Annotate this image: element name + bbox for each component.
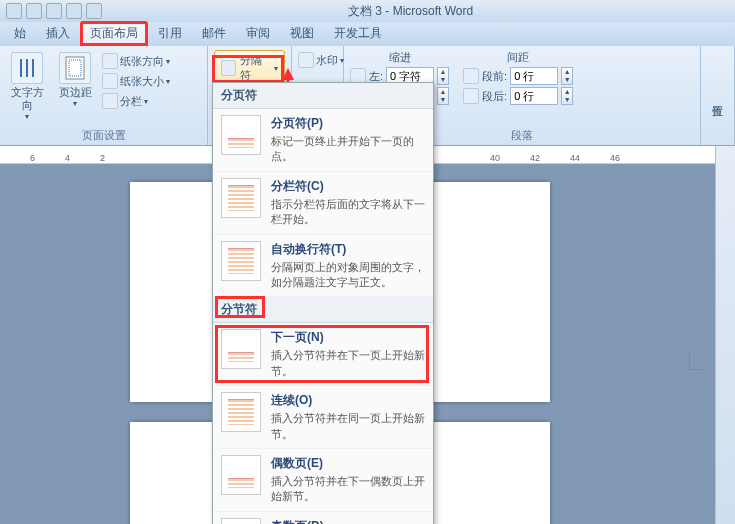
ruler-mark: 40 — [490, 153, 500, 163]
group-page-setup: 文字方向 ▾ 页边距 ▾ 纸张方向 ▾ 纸张大小 ▾ 分栏 ▾ 页面设置 — [0, 46, 208, 145]
dropdown-arrow-icon: ▾ — [274, 64, 278, 73]
columns-icon — [102, 93, 118, 109]
size-button[interactable]: 纸张大小 ▾ — [102, 72, 170, 90]
text-wrap-break-item[interactable]: 自动换行符(T)分隔网页上的对象周围的文字，如分隔题注文字与正文。 — [213, 235, 433, 298]
ruler-mark: 44 — [570, 153, 580, 163]
section-breaks-label: 分节符 — [221, 302, 257, 316]
breaks-button[interactable]: 分隔符 ▾ — [214, 50, 285, 86]
space-before-spinner[interactable]: 段前: ▲▼ — [463, 67, 573, 85]
page-break-thumb-icon — [221, 115, 261, 155]
columns-label: 分栏 — [120, 94, 142, 109]
dropdown-section-page-breaks: 分页符 — [213, 83, 433, 109]
after-label: 段后: — [482, 89, 507, 104]
vertical-scrollbar[interactable] — [715, 146, 735, 524]
watermark-label: 水印 — [316, 53, 338, 68]
next-page-thumb-icon — [221, 329, 261, 369]
spinner-buttons[interactable]: ▲▼ — [561, 87, 573, 105]
dropdown-arrow-icon: ▾ — [25, 112, 29, 122]
orientation-button[interactable]: 纸张方向 ▾ — [102, 52, 170, 70]
tab-review[interactable]: 审阅 — [236, 21, 280, 46]
tab-view[interactable]: 视图 — [280, 21, 324, 46]
space-after-icon — [463, 88, 479, 104]
group-position: 位置 — [701, 46, 735, 145]
odd-page-thumb-icon — [221, 518, 261, 524]
dropdown-arrow-icon: ▾ — [73, 99, 77, 109]
window-title: 文档 3 - Microsoft Word — [348, 3, 473, 20]
indent-heading: 缩进 — [350, 50, 449, 65]
tab-insert[interactable]: 插入 — [36, 21, 80, 46]
text-wrap-thumb-icon — [221, 241, 261, 281]
orientation-icon — [102, 53, 118, 69]
even-page-thumb-icon — [221, 455, 261, 495]
item-title: 下一页(N) — [271, 329, 425, 346]
next-page-break-item[interactable]: 下一页(N)插入分节符并在下一页上开始新节。 — [213, 323, 433, 386]
tab-references[interactable]: 引用 — [148, 21, 192, 46]
ruler-mark: 42 — [530, 153, 540, 163]
even-page-break-item[interactable]: 偶数页(E)插入分节符并在下一偶数页上开始新节。 — [213, 449, 433, 512]
space-after-input[interactable] — [510, 87, 558, 105]
text-direction-label: 文字方向 — [6, 86, 48, 112]
spinner-buttons[interactable]: ▲▼ — [437, 87, 449, 105]
qat-redo-icon[interactable] — [46, 3, 62, 19]
qat-print-icon[interactable] — [66, 3, 82, 19]
ruler-mark: 4 — [65, 153, 70, 163]
item-desc: 插入分节符并在下一偶数页上开始新节。 — [271, 474, 425, 505]
spinner-buttons[interactable]: ▲▼ — [437, 67, 449, 85]
page-corner-mark — [689, 352, 707, 370]
quick-access-toolbar — [0, 1, 108, 21]
tab-home[interactable]: 始 — [4, 21, 36, 46]
item-desc: 插入分节符并在同一页上开始新节。 — [271, 411, 425, 442]
space-after-spinner[interactable]: 段后: ▲▼ — [463, 87, 573, 105]
title-bar: 文档 3 - Microsoft Word — [0, 0, 735, 22]
tab-developer[interactable]: 开发工具 — [324, 21, 392, 46]
item-title: 分页符(P) — [271, 115, 425, 132]
tab-page-layout[interactable]: 页面布局 — [80, 21, 148, 46]
columns-button[interactable]: 分栏 ▾ — [102, 92, 170, 110]
item-title: 连续(O) — [271, 392, 425, 409]
item-desc: 指示分栏符后面的文字将从下一栏开始。 — [271, 197, 425, 228]
margins-label: 页边距 — [59, 86, 92, 99]
breaks-dropdown: 分页符 分页符(P)标记一页终止并开始下一页的点。 分栏符(C)指示分栏符后面的… — [212, 82, 434, 524]
breaks-icon — [221, 60, 236, 76]
item-title: 奇数页(D) — [271, 518, 425, 524]
ruler-mark: 46 — [610, 153, 620, 163]
orientation-label: 纸张方向 — [120, 54, 164, 69]
item-desc: 分隔网页上的对象周围的文字，如分隔题注文字与正文。 — [271, 260, 425, 291]
size-icon — [102, 73, 118, 89]
space-before-input[interactable] — [510, 67, 558, 85]
item-title: 分栏符(C) — [271, 178, 425, 195]
column-break-thumb-icon — [221, 178, 261, 218]
item-title: 自动换行符(T) — [271, 241, 425, 258]
qat-undo-icon[interactable] — [26, 3, 42, 19]
item-desc: 插入分节符并在下一页上开始新节。 — [271, 348, 425, 379]
breaks-label: 分隔符 — [240, 53, 270, 83]
continuous-thumb-icon — [221, 392, 261, 432]
before-label: 段前: — [482, 69, 507, 84]
page-break-item[interactable]: 分页符(P)标记一页终止并开始下一页的点。 — [213, 109, 433, 172]
tab-mailings[interactable]: 邮件 — [192, 21, 236, 46]
dropdown-section-section-breaks: 分节符 — [213, 297, 433, 323]
qat-preview-icon[interactable] — [86, 3, 102, 19]
odd-page-break-item[interactable]: 奇数页(D)插入分节符并在下一奇数页 — [213, 512, 433, 524]
watermark-button[interactable]: 水印 ▾ — [298, 50, 344, 69]
text-direction-button[interactable]: 文字方向 ▾ — [6, 50, 48, 122]
group-label-page-setup: 页面设置 — [6, 126, 201, 143]
continuous-break-item[interactable]: 连续(O)插入分节符并在同一页上开始新节。 — [213, 386, 433, 449]
ruler-mark: 6 — [30, 153, 35, 163]
qat-save-icon[interactable] — [6, 3, 22, 19]
margins-icon — [59, 52, 91, 84]
item-title: 偶数页(E) — [271, 455, 425, 472]
spacing-heading: 间距 — [463, 50, 573, 65]
ruler-mark: 2 — [100, 153, 105, 163]
item-desc: 标记一页终止并开始下一页的点。 — [271, 134, 425, 165]
size-label: 纸张大小 — [120, 74, 164, 89]
space-before-icon — [463, 68, 479, 84]
ribbon-tabs: 始 插入 页面布局 引用 邮件 审阅 视图 开发工具 — [0, 22, 735, 46]
spinner-buttons[interactable]: ▲▼ — [561, 67, 573, 85]
watermark-icon — [298, 52, 314, 68]
text-direction-icon — [11, 52, 43, 84]
column-break-item[interactable]: 分栏符(C)指示分栏符后面的文字将从下一栏开始。 — [213, 172, 433, 235]
margins-button[interactable]: 页边距 ▾ — [54, 50, 96, 109]
